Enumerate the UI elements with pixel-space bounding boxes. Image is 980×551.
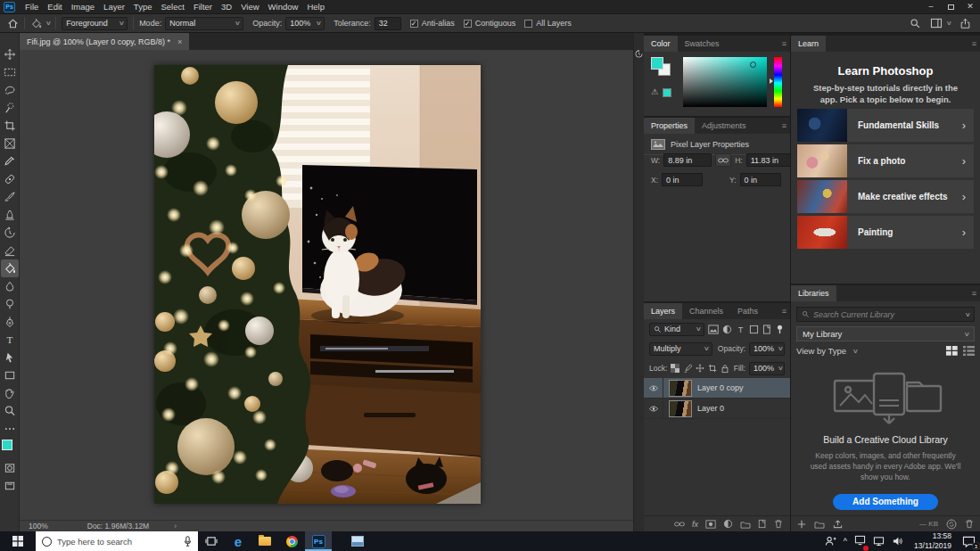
zoom-level[interactable]: 100% (29, 522, 48, 530)
foreground-color-swatch[interactable] (2, 440, 12, 450)
screen-mode-button[interactable] (1, 477, 19, 495)
menu-edit[interactable]: Edit (43, 0, 66, 13)
workspace-switcher-button[interactable]: ∨ (930, 18, 951, 29)
tab-properties[interactable]: Properties (644, 118, 695, 134)
close-button[interactable]: ✕ (960, 0, 980, 13)
filter-toggle-button[interactable] (776, 325, 784, 334)
eyedropper-tool-button[interactable] (1, 152, 19, 170)
layer-row-layer-0-copy[interactable]: Layer 0 copy (644, 378, 790, 399)
menu-help[interactable]: Help (302, 0, 329, 13)
foreground-background-swatches[interactable] (1, 440, 19, 459)
x-input[interactable]: 0 in (662, 173, 703, 186)
zoom-tool-button[interactable] (1, 402, 19, 420)
sync-status-button[interactable] (946, 519, 957, 530)
layer-row-layer-0[interactable]: Layer 0 (644, 399, 790, 419)
view-by-type-button[interactable]: View by Type (796, 346, 846, 356)
menu-type[interactable]: Type (129, 0, 157, 13)
security-tray-button[interactable] (854, 533, 866, 549)
layer-visibility-toggle[interactable] (644, 378, 663, 398)
search-button[interactable] (910, 18, 921, 29)
menu-view[interactable]: View (236, 0, 263, 13)
crop-tool-button[interactable] (1, 117, 19, 135)
layer-fill-select[interactable]: 100% ∨ (749, 362, 785, 375)
new-layer-button[interactable] (758, 519, 767, 529)
brush-tool-button[interactable] (1, 188, 19, 206)
tab-swatches[interactable]: Swatches (678, 36, 727, 52)
layer-opacity-select[interactable]: 100% ∨ (749, 342, 785, 356)
lock-transparency-button[interactable] (671, 364, 679, 373)
quick-selection-tool-button[interactable] (1, 99, 19, 117)
menu-3d[interactable]: 3D (217, 0, 236, 13)
y-input[interactable]: 0 in (740, 173, 781, 186)
filter-adjustment-layers-button[interactable] (722, 325, 732, 334)
layer-thumbnail[interactable] (669, 400, 692, 417)
width-input[interactable]: 8.89 in (663, 153, 712, 167)
filter-shape-layers-button[interactable] (749, 325, 759, 334)
tolerance-input[interactable]: 32 (375, 17, 401, 30)
lock-position-button[interactable] (696, 364, 704, 373)
lock-pixels-button[interactable] (683, 364, 692, 373)
start-button[interactable] (0, 531, 36, 551)
layer-thumbnail[interactable] (669, 380, 692, 397)
list-view-icon[interactable] (963, 346, 975, 356)
restore-button[interactable] (941, 0, 960, 13)
tab-paths[interactable]: Paths (730, 303, 765, 319)
menu-window[interactable]: Window (264, 0, 303, 13)
color-picker-marker[interactable] (750, 62, 756, 68)
library-search-field[interactable]: ∨ (796, 307, 975, 322)
lock-artboard-button[interactable] (708, 364, 717, 373)
tab-libraries[interactable]: Libraries (791, 285, 836, 301)
marquee-tool-button[interactable] (1, 63, 19, 81)
add-layer-mask-button[interactable] (705, 520, 716, 529)
lock-all-button[interactable] (721, 364, 729, 374)
library-select[interactable]: My Library ∨ (796, 326, 975, 341)
taskbar-search-box[interactable] (36, 531, 198, 551)
layer-name[interactable]: Layer 0 copy (697, 383, 744, 392)
menu-layer[interactable]: Layer (99, 0, 129, 13)
taskbar-photos-button[interactable] (344, 531, 371, 551)
filter-kind-select[interactable]: Kind ∨ (649, 323, 704, 336)
hand-tool-button[interactable] (1, 384, 19, 402)
tab-channels[interactable]: Channels (682, 303, 730, 319)
link-dimensions-button[interactable] (715, 153, 731, 167)
microphone-icon[interactable] (184, 536, 192, 547)
panel-menu-icon[interactable]: ≡ (972, 39, 976, 48)
taskbar-search-input[interactable] (57, 537, 178, 547)
add-something-button[interactable]: Add Something (833, 494, 938, 510)
show-hidden-icons-button[interactable]: ^ (844, 537, 847, 546)
people-icon[interactable] (825, 536, 836, 547)
filter-pixel-layers-button[interactable] (708, 325, 719, 334)
quick-mask-button[interactable] (1, 459, 19, 477)
canvas-area[interactable] (20, 50, 633, 520)
type-tool-button[interactable]: T (1, 331, 19, 349)
tab-color[interactable]: Color (644, 36, 678, 52)
eraser-tool-button[interactable] (1, 242, 19, 259)
volume-icon[interactable] (892, 536, 903, 547)
panel-menu-icon[interactable]: ≡ (782, 39, 786, 48)
upload-asset-button[interactable] (833, 519, 843, 529)
lasso-tool-button[interactable] (1, 81, 19, 99)
shape-tool-button[interactable] (1, 366, 19, 384)
action-center-button[interactable]: 3 (962, 535, 976, 547)
grid-view-icon[interactable] (946, 346, 958, 356)
link-layers-button[interactable] (674, 521, 685, 528)
minimize-button[interactable]: – (921, 0, 941, 13)
new-group-button[interactable] (740, 520, 751, 529)
healing-brush-tool-button[interactable] (1, 170, 19, 188)
task-view-button[interactable] (198, 531, 225, 551)
share-button[interactable] (959, 18, 971, 29)
home-button[interactable] (7, 18, 19, 29)
gamut-warning-icon[interactable]: ⚠ (651, 87, 658, 96)
network-icon[interactable] (873, 536, 885, 547)
opacity-select[interactable]: 100% ∨ (285, 17, 325, 30)
hue-slider[interactable] (774, 57, 782, 107)
menu-file[interactable]: File (21, 0, 43, 13)
new-adjustment-layer-button[interactable] (723, 519, 733, 529)
path-selection-tool-button[interactable] (1, 349, 19, 366)
panel-menu-icon[interactable]: ≡ (782, 121, 786, 130)
taskbar-file-explorer-button[interactable] (251, 531, 278, 551)
blur-tool-button[interactable] (1, 277, 19, 295)
height-input[interactable]: 11.83 in (746, 153, 795, 167)
anti-alias-checkbox[interactable]: Anti-alias (410, 19, 455, 28)
learn-card-fundamental-skills[interactable]: Fundamental Skills › (797, 109, 974, 142)
